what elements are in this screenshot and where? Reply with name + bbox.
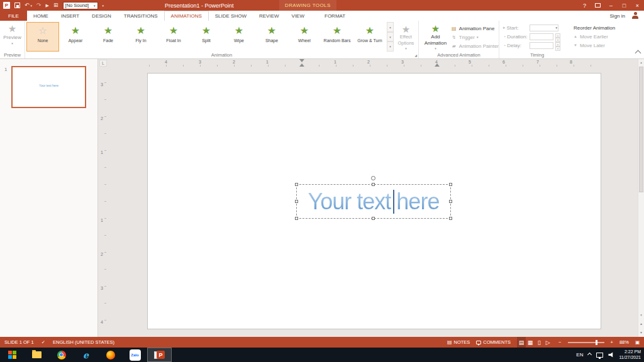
spin-down-icon: ▾ bbox=[555, 47, 560, 51]
delay-spinner[interactable]: ▴▾ bbox=[555, 42, 560, 49]
animation-split[interactable]: ★ Split bbox=[190, 22, 223, 52]
move-later-button[interactable]: ▼ Move Later bbox=[574, 41, 615, 50]
close-button[interactable]: × bbox=[631, 0, 644, 11]
slide-canvas[interactable]: Your text here bbox=[148, 74, 601, 329]
delay-input[interactable] bbox=[530, 42, 553, 49]
first-line-indent-marker[interactable] bbox=[299, 59, 304, 62]
tab-slide-show[interactable]: SLIDE SHOW bbox=[209, 11, 253, 21]
powerpoint-taskbar-button[interactable]: P bbox=[147, 348, 172, 362]
duration-spinner[interactable]: ▴▾ bbox=[555, 33, 560, 40]
sign-in-link[interactable]: Sign in bbox=[610, 11, 625, 21]
start-button[interactable] bbox=[0, 348, 25, 362]
undo-caret-icon[interactable]: ▾ bbox=[31, 4, 33, 8]
start-slideshow-icon[interactable]: ▶ bbox=[46, 3, 49, 8]
zoom-level[interactable]: 88% bbox=[619, 339, 629, 345]
move-earlier-button[interactable]: ▲ Move Earlier bbox=[574, 32, 615, 41]
start-dropdown[interactable]: ▾ bbox=[530, 25, 558, 31]
animation-random-bars[interactable]: ★ Random Bars bbox=[321, 22, 353, 52]
help-button[interactable]: ? bbox=[578, 0, 591, 11]
animation-fly-in[interactable]: ★ Fly In bbox=[125, 22, 157, 52]
add-animation-button[interactable]: ★ Add Animation ▾ bbox=[421, 23, 450, 50]
animation-grow-turn[interactable]: ★ Grow & Turn bbox=[353, 22, 386, 52]
slideshow-view-button[interactable]: ▷ bbox=[543, 337, 552, 348]
right-indent-marker[interactable] bbox=[435, 63, 440, 67]
zoom-slider-thumb[interactable] bbox=[596, 340, 597, 345]
fit-slide-button[interactable]: ▣ bbox=[635, 339, 640, 345]
slide-text[interactable]: Your text here bbox=[297, 185, 450, 218]
user-avatar-icon[interactable] bbox=[631, 12, 639, 19]
gallery-more-button[interactable]: ▾ bbox=[387, 41, 394, 52]
save-icon[interactable] bbox=[14, 3, 20, 8]
scrollbar-up-icon[interactable]: ▴ bbox=[638, 60, 644, 64]
ruler-number: 4 bbox=[165, 60, 167, 64]
animation-dialog-launcher[interactable]: ◢ bbox=[414, 53, 417, 57]
tab-insert[interactable]: INSERT bbox=[55, 11, 86, 21]
animation-wipe[interactable]: ★ Wipe bbox=[223, 22, 255, 52]
tab-animations[interactable]: ANIMATIONS bbox=[164, 11, 209, 21]
minimize-button[interactable]: – bbox=[604, 0, 618, 11]
split-star-icon: ★ bbox=[202, 26, 211, 36]
undo-icon[interactable]: ↶ bbox=[25, 3, 30, 8]
animation-painter-button[interactable]: ▰ Animation Painter bbox=[451, 41, 499, 50]
zoom-slider[interactable] bbox=[568, 342, 604, 343]
network-icon[interactable] bbox=[596, 353, 603, 358]
zalo-button[interactable]: Zalo bbox=[123, 348, 147, 362]
vertical-scrollbar[interactable]: ▴ ▾ ▲ ▼ bbox=[638, 59, 644, 337]
animation-appear[interactable]: ★ Appear bbox=[59, 22, 92, 52]
tab-view[interactable]: VIEW bbox=[286, 11, 311, 21]
firefox-button[interactable] bbox=[98, 348, 123, 362]
animation-fade[interactable]: ★ Fade bbox=[92, 22, 125, 52]
animation-none[interactable]: ☆ None bbox=[26, 22, 59, 52]
previous-slide-button[interactable]: ▲ bbox=[638, 322, 644, 326]
collapse-ribbon-button[interactable] bbox=[635, 50, 641, 57]
hanging-indent-marker[interactable] bbox=[299, 63, 304, 67]
gallery-scroll-up-button[interactable]: ▴ bbox=[387, 22, 394, 32]
rotation-handle[interactable] bbox=[371, 176, 375, 180]
text-box[interactable]: Your text here bbox=[296, 184, 451, 219]
spell-check-icon[interactable]: ✓ bbox=[42, 339, 45, 345]
tab-review[interactable]: REVIEW bbox=[253, 11, 286, 21]
animation-pane-button[interactable]: ▤ Animation Pane bbox=[451, 24, 499, 33]
scrollbar-down-icon[interactable]: ▾ bbox=[638, 313, 644, 317]
comments-button[interactable]: COMMENTS bbox=[476, 339, 511, 345]
language-badge[interactable]: EN bbox=[576, 352, 583, 358]
tab-file[interactable]: FILE bbox=[0, 11, 27, 21]
animation-float-in[interactable]: ★ Float In bbox=[157, 22, 190, 52]
redo-icon[interactable]: ↷ bbox=[36, 3, 42, 8]
tab-transitions[interactable]: TRANSITIONS bbox=[118, 11, 164, 21]
tab-stop-selector[interactable]: L bbox=[99, 60, 107, 67]
effect-options-button[interactable]: ★ Effect Options ▾ bbox=[394, 21, 418, 52]
trigger-button[interactable]: ↯ Trigger ▾ bbox=[451, 33, 499, 41]
slide-sorter-view-button[interactable]: ▦ bbox=[526, 337, 535, 348]
notes-button[interactable]: ▤ NOTES bbox=[447, 339, 470, 345]
maximize-button[interactable]: □ bbox=[618, 0, 631, 11]
ribbon-display-options-button[interactable] bbox=[591, 0, 604, 11]
language-indicator[interactable]: ENGLISH (UNITED STATES) bbox=[53, 339, 114, 345]
file-explorer-button[interactable] bbox=[25, 348, 49, 362]
animation-shape[interactable]: ★ Shape bbox=[255, 22, 288, 52]
internet-explorer-button[interactable]: e bbox=[74, 348, 98, 362]
normal-view-button[interactable]: ▤ bbox=[517, 337, 526, 348]
tab-design[interactable]: DESIGN bbox=[86, 11, 118, 21]
customize-qat-caret-icon[interactable]: ▾ bbox=[103, 4, 104, 8]
zoom-in-button[interactable]: + bbox=[611, 339, 613, 345]
gallery-scroll-down-button[interactable]: ▾ bbox=[387, 32, 394, 42]
animation-wheel[interactable]: ★ Wheel bbox=[288, 22, 321, 52]
next-slide-button[interactable]: ▼ bbox=[638, 331, 644, 334]
slide-indicator[interactable]: SLIDE 1 OF 1 bbox=[4, 339, 34, 345]
speaker-icon[interactable] bbox=[608, 352, 614, 358]
taskbar-clock[interactable]: 2:22 PM 11/27/2021 bbox=[619, 349, 641, 360]
chrome-button[interactable] bbox=[49, 348, 74, 362]
tab-home[interactable]: HOME bbox=[27, 11, 55, 21]
animation-item-label: Fly In bbox=[135, 38, 146, 43]
zoom-out-button[interactable]: − bbox=[558, 339, 561, 345]
touch-mode-icon[interactable]: ⊞ bbox=[53, 3, 58, 8]
show-hidden-icons-button[interactable] bbox=[587, 353, 592, 357]
transition-sound-select[interactable]: [No Sound] ▾ bbox=[63, 2, 98, 9]
scrollbar-thumb[interactable] bbox=[639, 67, 643, 192]
reading-view-button[interactable]: ▯ bbox=[535, 337, 543, 348]
duration-input[interactable] bbox=[530, 33, 553, 40]
tab-format[interactable]: FORMAT bbox=[318, 11, 352, 21]
slide-1-thumbnail[interactable]: Your text here bbox=[11, 66, 86, 108]
preview-button[interactable]: ★ Preview ▾ bbox=[0, 21, 25, 45]
